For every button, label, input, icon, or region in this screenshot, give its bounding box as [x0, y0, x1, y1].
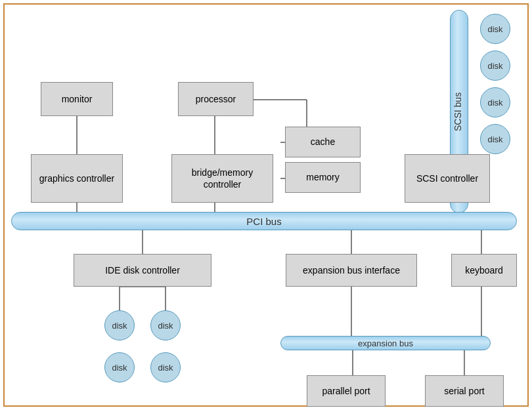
parallel-port-box: parallel port [307, 375, 386, 407]
monitor-box: monitor [41, 82, 113, 116]
ide-disk-4: disk [150, 352, 181, 382]
expansion-bus-interface-box: expansion bus interface [286, 254, 417, 287]
ide-disk-3: disk [104, 352, 135, 382]
scsi-disk-4: disk [480, 124, 510, 154]
scsi-controller-box: SCSI controller [405, 154, 490, 203]
diagram-canvas: SCSI bus disk disk disk disk monitor pro… [3, 3, 529, 407]
keyboard-box: keyboard [451, 254, 517, 287]
cache-box: cache [285, 127, 361, 157]
pci-bus: PCI bus [11, 212, 517, 230]
bridge-memory-box: bridge/memory controller [171, 154, 273, 203]
expansion-bus: expansion bus [280, 336, 491, 350]
ide-disk-2: disk [150, 310, 181, 340]
scsi-disk-3: disk [480, 87, 510, 117]
ide-disk-1: disk [104, 310, 135, 340]
serial-port-box: serial port [425, 375, 504, 407]
memory-box: memory [285, 162, 361, 193]
processor-box: processor [178, 82, 254, 116]
scsi-disk-2: disk [480, 51, 510, 81]
graphics-controller-box: graphics controller [31, 154, 123, 203]
scsi-disk-1: disk [480, 14, 510, 44]
ide-controller-box: IDE disk controller [74, 254, 211, 287]
